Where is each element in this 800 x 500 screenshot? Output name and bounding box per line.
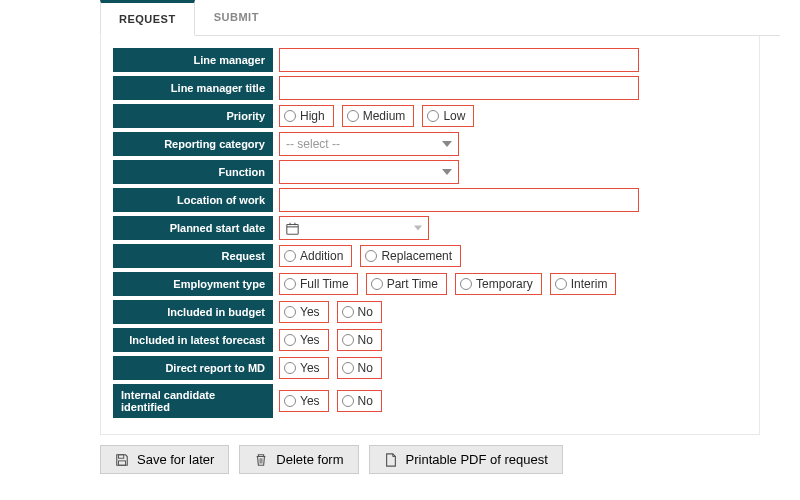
- priority-high-radio[interactable]: High: [279, 105, 334, 127]
- priority-medium-radio[interactable]: Medium: [342, 105, 415, 127]
- forecast-no-radio[interactable]: No: [337, 329, 382, 351]
- radio-label: Medium: [363, 109, 406, 123]
- label-function: Function: [113, 160, 273, 184]
- radio-label: High: [300, 109, 325, 123]
- radio-label: Replacement: [381, 249, 452, 263]
- tabs: REQUEST SUBMIT: [100, 0, 780, 36]
- pdf-icon: [384, 453, 398, 467]
- radio-label: Full Time: [300, 277, 349, 291]
- radio-label: Temporary: [476, 277, 533, 291]
- function-select[interactable]: [279, 160, 459, 184]
- internal-yes-radio[interactable]: Yes: [279, 390, 329, 412]
- label-internal-candidate-identified: Internal candidate identified: [113, 384, 273, 418]
- radio-label: Yes: [300, 305, 320, 319]
- radio-label: Low: [443, 109, 465, 123]
- button-label: Printable PDF of request: [406, 452, 548, 467]
- internal-no-radio[interactable]: No: [337, 390, 382, 412]
- employment-fulltime-radio[interactable]: Full Time: [279, 273, 358, 295]
- label-priority: Priority: [113, 104, 273, 128]
- label-location-of-work: Location of work: [113, 188, 273, 212]
- button-label: Save for later: [137, 452, 214, 467]
- radio-label: Part Time: [387, 277, 438, 291]
- chevron-down-icon: [442, 141, 452, 147]
- label-included-in-latest-forecast: Included in latest forecast: [113, 328, 273, 352]
- radio-label: No: [358, 333, 373, 347]
- line-manager-input[interactable]: [279, 48, 639, 72]
- tab-request[interactable]: REQUEST: [100, 0, 195, 36]
- trash-icon: [254, 453, 268, 467]
- radio-label: Addition: [300, 249, 343, 263]
- button-label: Delete form: [276, 452, 343, 467]
- radio-label: No: [358, 361, 373, 375]
- label-included-in-budget: Included in budget: [113, 300, 273, 324]
- md-no-radio[interactable]: No: [337, 357, 382, 379]
- save-for-later-button[interactable]: Save for later: [100, 445, 229, 474]
- radio-label: No: [358, 394, 373, 408]
- request-replacement-radio[interactable]: Replacement: [360, 245, 461, 267]
- priority-low-radio[interactable]: Low: [422, 105, 474, 127]
- reporting-category-select[interactable]: -- select --: [279, 132, 459, 156]
- tab-submit[interactable]: SUBMIT: [195, 0, 278, 35]
- radio-label: Yes: [300, 361, 320, 375]
- radio-label: Yes: [300, 394, 320, 408]
- svg-rect-0: [287, 224, 298, 234]
- label-reporting-category: Reporting category: [113, 132, 273, 156]
- label-planned-start-date: Planned start date: [113, 216, 273, 240]
- request-addition-radio[interactable]: Addition: [279, 245, 352, 267]
- radio-label: Interim: [571, 277, 608, 291]
- save-icon: [115, 453, 129, 467]
- chevron-down-icon: [442, 169, 452, 175]
- employment-parttime-radio[interactable]: Part Time: [366, 273, 447, 295]
- delete-form-button[interactable]: Delete form: [239, 445, 358, 474]
- md-yes-radio[interactable]: Yes: [279, 357, 329, 379]
- printable-pdf-button[interactable]: Printable PDF of request: [369, 445, 563, 474]
- location-of-work-input[interactable]: [279, 188, 639, 212]
- select-placeholder: -- select --: [286, 137, 340, 151]
- label-line-manager: Line manager: [113, 48, 273, 72]
- action-bar: Save for later Delete form Printable PDF…: [100, 445, 780, 474]
- employment-interim-radio[interactable]: Interim: [550, 273, 617, 295]
- label-direct-report-to-md: Direct report to MD: [113, 356, 273, 380]
- budget-no-radio[interactable]: No: [337, 301, 382, 323]
- label-request: Request: [113, 244, 273, 268]
- form-panel: Line manager Line manager title Priority…: [100, 36, 760, 435]
- forecast-yes-radio[interactable]: Yes: [279, 329, 329, 351]
- radio-label: Yes: [300, 333, 320, 347]
- chevron-down-icon: [414, 226, 422, 231]
- radio-label: No: [358, 305, 373, 319]
- employment-temporary-radio[interactable]: Temporary: [455, 273, 542, 295]
- budget-yes-radio[interactable]: Yes: [279, 301, 329, 323]
- svg-rect-5: [119, 460, 126, 464]
- calendar-icon: [286, 222, 299, 235]
- label-employment-type: Employment type: [113, 272, 273, 296]
- line-manager-title-input[interactable]: [279, 76, 639, 100]
- planned-start-date-input[interactable]: [279, 216, 429, 240]
- label-line-manager-title: Line manager title: [113, 76, 273, 100]
